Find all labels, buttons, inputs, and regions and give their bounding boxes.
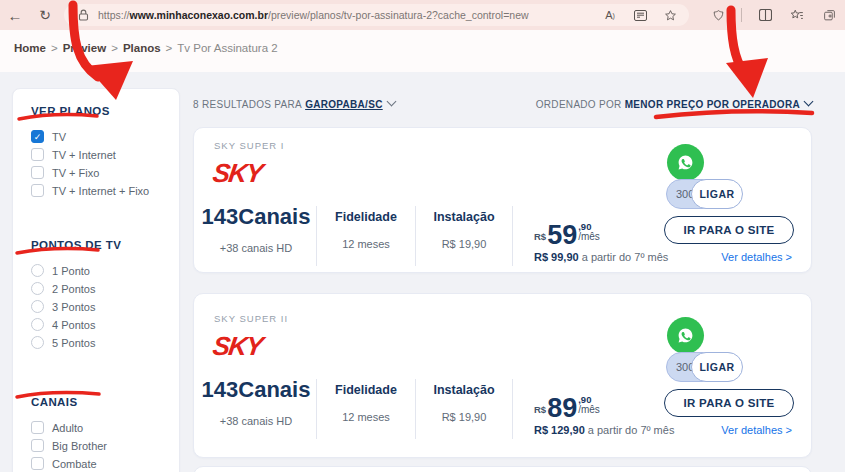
filter-option-label: 5 Pontos bbox=[52, 337, 95, 349]
channels-count: 143 bbox=[202, 206, 239, 228]
stat-divider bbox=[512, 379, 513, 439]
sky-logo: SKY bbox=[211, 160, 264, 186]
phone-reveal-pill[interactable]: 300 LIGAR bbox=[666, 352, 742, 382]
stat-fidelity: Fidelidade 12 meses bbox=[317, 206, 415, 250]
location-dropdown[interactable]: GAROPABA/SC bbox=[305, 99, 383, 110]
back-icon[interactable]: ← bbox=[6, 6, 24, 24]
favorite-star-icon[interactable] bbox=[661, 6, 679, 24]
fidelity-value: 12 meses bbox=[342, 238, 390, 250]
price-block: R$ 89 ,90 /mês R$ 129,90 a partir do 7º … bbox=[534, 395, 674, 436]
section-title-pontos-de-tv: PONTOS DE TV bbox=[31, 239, 169, 251]
filter-option-label: 3 Pontos bbox=[52, 301, 95, 313]
breadcrumb: Home>Preview>Planos>Tv Por Assinatura 2 bbox=[0, 30, 845, 72]
browser-window: ← ↻ https://www.minhaconexao.com.br/prev… bbox=[0, 0, 845, 472]
radio-icon[interactable] bbox=[31, 264, 44, 277]
stat-channels: 143 Canais +38 canais HD bbox=[196, 206, 316, 254]
checkbox-icon[interactable] bbox=[31, 421, 44, 434]
sort-control: ORDENADO POR MENOR PREÇO POR OPERADORA bbox=[536, 98, 812, 110]
filter-option-3-pontos[interactable]: 3 Pontos bbox=[31, 300, 169, 313]
filter-option-label: TV + Internet bbox=[52, 149, 116, 161]
filter-option-label: TV + Fixo bbox=[52, 167, 99, 179]
shield-icon[interactable] bbox=[709, 6, 727, 24]
stat-channels: 143 Canais +38 canais HD bbox=[196, 379, 316, 427]
filter-option-1-ponto[interactable]: 1 Ponto bbox=[31, 264, 169, 277]
immersive-reader-icon[interactable] bbox=[631, 6, 649, 24]
price-period: /mês bbox=[578, 232, 600, 242]
filter-option-label: Combate bbox=[52, 458, 97, 470]
filter-option-tv[interactable]: ✓ TV bbox=[31, 130, 169, 143]
fidelity-label: Fidelidade bbox=[335, 206, 397, 224]
plan-card-sky-super-1: SKY SUPER I SKY 143 Canais +38 canais HD… bbox=[193, 127, 812, 273]
price-value: 89 bbox=[547, 395, 577, 422]
stat-divider bbox=[512, 206, 513, 266]
details-link[interactable]: Ver detalhes > bbox=[721, 251, 792, 263]
checkbox-icon[interactable] bbox=[31, 439, 44, 452]
go-to-site-button[interactable]: IR PARA O SITE bbox=[664, 216, 794, 244]
toolbar-divider bbox=[741, 8, 742, 22]
breadcrumb-planos[interactable]: Planos bbox=[123, 42, 161, 54]
sky-logo: SKY bbox=[211, 333, 264, 359]
plan-stats: 143 Canais +38 canais HD Fidelidade 12 m… bbox=[196, 379, 513, 441]
refresh-icon[interactable]: ↻ bbox=[36, 6, 54, 24]
stat-fidelity: Fidelidade 12 meses bbox=[317, 379, 415, 423]
channels-count: 143 bbox=[202, 379, 239, 401]
price-note: R$ 129,90 a partir do 7º mês bbox=[534, 424, 674, 436]
lock-icon[interactable] bbox=[74, 6, 92, 24]
plan-name: SKY SUPER I bbox=[214, 140, 285, 151]
url-text[interactable]: https://www.minhaconexao.com.br/preview/… bbox=[98, 9, 529, 21]
radio-icon[interactable] bbox=[31, 318, 44, 331]
collections-icon[interactable] bbox=[820, 6, 838, 24]
radio-icon[interactable] bbox=[31, 282, 44, 295]
whatsapp-icon bbox=[675, 152, 696, 173]
fidelity-value: 12 meses bbox=[342, 411, 390, 423]
checkbox-icon[interactable] bbox=[31, 184, 44, 197]
filter-option-label: Big Brother bbox=[52, 440, 107, 452]
split-screen-icon[interactable] bbox=[756, 6, 774, 24]
breadcrumb-preview[interactable]: Preview bbox=[63, 42, 106, 54]
plan-card-partial bbox=[193, 466, 812, 472]
details-link[interactable]: Ver detalhes > bbox=[721, 424, 792, 436]
filter-option-tv-fixo[interactable]: TV + Fixo bbox=[31, 166, 169, 179]
chevron-down-icon[interactable] bbox=[804, 97, 814, 107]
checkbox-icon[interactable] bbox=[31, 457, 44, 470]
breadcrumb-separator: > bbox=[166, 42, 173, 54]
price-note: R$ 99,90 a partir do 7º mês bbox=[534, 251, 668, 263]
chevron-down-icon[interactable] bbox=[386, 97, 396, 107]
call-button[interactable]: LIGAR bbox=[691, 179, 743, 209]
filter-option-adulto[interactable]: Adulto bbox=[31, 421, 169, 434]
filter-option-tv-internet-fixo[interactable]: TV + Internet + Fixo bbox=[31, 184, 169, 197]
channels-extra: +38 canais HD bbox=[220, 415, 292, 427]
filter-option-4-pontos[interactable]: 4 Pontos bbox=[31, 318, 169, 331]
sort-label: ORDENADO POR bbox=[536, 99, 622, 110]
installation-value: R$ 19,90 bbox=[442, 411, 487, 423]
radio-icon[interactable] bbox=[31, 300, 44, 313]
address-bar[interactable]: https://www.minhaconexao.com.br/preview/… bbox=[64, 4, 689, 26]
price-currency: R$ bbox=[534, 405, 546, 415]
filter-option-5-pontos[interactable]: 5 Pontos bbox=[31, 336, 169, 349]
filter-option-label: 4 Pontos bbox=[52, 319, 95, 331]
url-scheme: https:// bbox=[98, 9, 130, 21]
filter-option-label: Adulto bbox=[52, 422, 83, 434]
checkbox-icon[interactable] bbox=[31, 148, 44, 161]
phone-reveal-pill[interactable]: 300 LIGAR bbox=[666, 179, 742, 209]
section-title-ver-planos: VER PLANOS bbox=[31, 105, 169, 117]
read-aloud-icon[interactable]: A) bbox=[601, 6, 619, 24]
breadcrumb-home[interactable]: Home bbox=[14, 42, 46, 54]
checkbox-checked-icon[interactable]: ✓ bbox=[31, 130, 44, 143]
price-note-amount: R$ 129,90 bbox=[534, 424, 585, 436]
breadcrumb-separator: > bbox=[51, 42, 58, 54]
sort-dropdown[interactable]: MENOR PREÇO POR OPERADORA bbox=[625, 99, 800, 110]
filter-option-2-pontos[interactable]: 2 Pontos bbox=[31, 282, 169, 295]
go-to-site-button[interactable]: IR PARA O SITE bbox=[664, 389, 794, 417]
whatsapp-button[interactable] bbox=[667, 317, 704, 354]
filter-option-big-brother[interactable]: Big Brother bbox=[31, 439, 169, 452]
filter-option-combate[interactable]: Combate bbox=[31, 457, 169, 470]
call-button[interactable]: LIGAR bbox=[691, 352, 743, 382]
radio-icon[interactable] bbox=[31, 336, 44, 349]
checkbox-icon[interactable] bbox=[31, 166, 44, 179]
results-header: 8 RESULTADOS PARA GAROPABA/SC ORDENADO P… bbox=[193, 98, 812, 110]
filter-option-tv-internet[interactable]: TV + Internet bbox=[31, 148, 169, 161]
browser-toolbar: ← ↻ https://www.minhaconexao.com.br/prev… bbox=[0, 0, 845, 30]
whatsapp-button[interactable] bbox=[667, 144, 704, 181]
favorites-hub-icon[interactable] bbox=[788, 6, 806, 24]
